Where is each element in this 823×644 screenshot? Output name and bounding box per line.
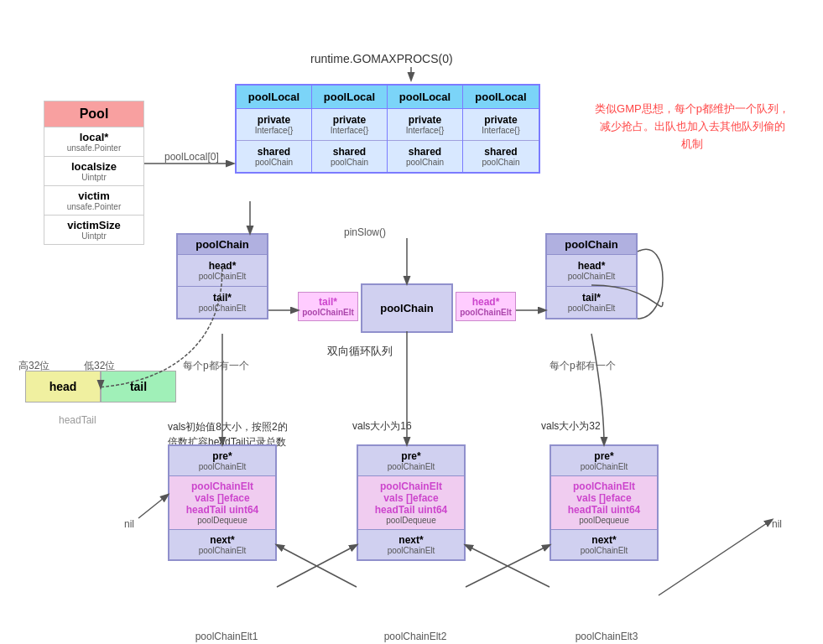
head-star-label: head* poolChainElt: [456, 292, 516, 321]
head-star-main: head*: [456, 296, 515, 308]
poollocal-shared-2: shared poolChain: [312, 141, 387, 172]
pc-right-head-sub: poolChainElt: [550, 272, 633, 281]
elt-box-1: pre* poolChainElt poolChainElt vals []ef…: [168, 444, 277, 561]
pl-shared-sub-1: poolChain: [240, 158, 308, 167]
poollocal-private-3: private Interface{}: [388, 109, 462, 141]
pool-victimsize-main: victimSize: [49, 219, 138, 231]
poollocal-shared-3: shared poolChain: [388, 141, 462, 172]
annotation-content: 类似GMP思想，每个p都维护一个队列， 减少抢占。出队也加入去其他队列偷的 机制: [595, 102, 789, 150]
poollocal-col-3: poolLocal private Interface{} shared poo…: [388, 86, 463, 172]
poollocal-header-3: poolLocal: [388, 86, 462, 109]
poollocal-index-label: poolLocal[0]: [164, 151, 219, 163]
elt3-pink: poolChainElt vals []eface headTail uint6…: [551, 476, 657, 530]
poollocal-header-1: poolLocal: [237, 86, 311, 109]
poollocal-col-2: poolLocal private Interface{} shared poo…: [312, 86, 388, 172]
poolchain-right-head: head* poolChainElt: [547, 255, 636, 287]
elt2-next: next* poolChainElt: [358, 530, 464, 559]
pc-left-head-sub: poolChainElt: [181, 272, 263, 281]
vals-label-2: vals大小为16: [352, 419, 412, 434]
headtail-label: headTail: [59, 414, 96, 426]
poollocal-private-4: private Interface{}: [463, 109, 539, 141]
pool-victim-main: victim: [49, 190, 138, 202]
pc-left-tail-main: tail*: [181, 292, 263, 304]
pl-private-main-1: private: [240, 114, 308, 126]
pool-box: Pool local* unsafe.Pointer localsize Uin…: [44, 101, 144, 245]
tail-star-sub: poolChainElt: [299, 308, 357, 317]
pool-row-localsize: localsize Uintptr: [44, 157, 143, 186]
eachp-right-label: 每个p都有一个: [550, 359, 616, 373]
pool-local-sub: unsafe.Pointer: [49, 143, 138, 153]
pc-right-head-main: head*: [550, 260, 633, 272]
tail-star-main: tail*: [299, 296, 357, 308]
elt2-pink: poolChainElt vals []eface headTail uint6…: [358, 476, 464, 530]
poollocal-shared-1: shared poolChain: [237, 141, 311, 172]
pc-left-head-main: head*: [181, 260, 263, 272]
elt3-pre: pre* poolChainElt: [551, 446, 657, 476]
elt-label-3: poolChainElt3: [552, 631, 661, 642]
vals-label-3: vals大小为32: [541, 419, 601, 434]
pinslow-label: pinSlow(): [344, 226, 386, 238]
poollocal-private-1: private Interface{}: [237, 109, 311, 141]
diagram: runtime.GOMAXPROCS(0) 类似GMP思想，每个p都维护一个队列…: [0, 0, 823, 644]
poolchain-left-tail: tail* poolChainElt: [178, 287, 267, 318]
poollocal-col-1: poolLocal private Interface{} shared poo…: [237, 86, 312, 172]
bidir-label: 双向循环队列: [327, 344, 393, 359]
poollocal-header-2: poolLocal: [312, 86, 387, 109]
annotation-text: 类似GMP思想，每个p都维护一个队列， 减少抢占。出队也加入去其他队列偷的 机制: [587, 101, 797, 153]
elt3-next: next* poolChainElt: [551, 530, 657, 559]
head-star-sub: poolChainElt: [456, 308, 515, 317]
poolchain-right-title: poolChain: [547, 235, 636, 255]
elt-box-3: pre* poolChainElt poolChainElt vals []ef…: [550, 444, 659, 561]
pool-victimsize-sub: Uintptr: [49, 231, 138, 241]
poolchain-right: poolChain head* poolChainElt tail* poolC…: [545, 233, 638, 319]
pool-row-local: local* unsafe.Pointer: [44, 127, 143, 157]
pl-shared-main-1: shared: [240, 146, 308, 158]
elt2-pre: pre* poolChainElt: [358, 446, 464, 476]
eachp-left-label: 每个p都有一个: [183, 359, 249, 373]
pool-row-victimsize: victimSize Uintptr: [44, 216, 143, 244]
poollocal-shared-4: shared poolChain: [463, 141, 539, 172]
elt-label-1: poolChainElt1: [172, 631, 281, 642]
elt-box-2: pre* poolChainElt poolChainElt vals []ef…: [357, 444, 466, 561]
headtail-container: head tail: [25, 371, 176, 402]
poolchain-right-tail: tail* poolChainElt: [547, 287, 636, 318]
pc-left-tail-sub: poolChainElt: [181, 304, 263, 313]
tail-star-label: tail* poolChainElt: [298, 292, 358, 321]
elt1-next: next* poolChainElt: [169, 530, 275, 559]
pool-title: Pool: [44, 101, 143, 127]
head-box: head: [25, 371, 101, 402]
tail-box: tail: [101, 371, 176, 402]
pool-localsize-sub: Uintptr: [49, 173, 138, 182]
pool-row-victim: victim unsafe.Pointer: [44, 186, 143, 216]
pc-right-tail-sub: poolChainElt: [550, 304, 633, 313]
pool-local-main: local*: [49, 131, 138, 143]
elt1-pre: pre* poolChainElt: [169, 446, 275, 476]
pool-victim-sub: unsafe.Pointer: [49, 202, 138, 211]
elt-label-2: poolChainElt2: [361, 631, 470, 642]
poollocal-header-4: poolLocal: [463, 86, 539, 109]
poollocal-container: poolLocal private Interface{} shared poo…: [235, 84, 540, 174]
poolchain-left: poolChain head* poolChainElt tail* poolC…: [176, 233, 268, 319]
runtime-label: runtime.GOMAXPROCS(0): [310, 52, 453, 65]
center-poolchain: poolChain: [361, 283, 453, 333]
nil-right-label: nil: [772, 518, 782, 530]
nil-left-label: nil: [124, 518, 134, 530]
pc-right-tail-main: tail*: [550, 292, 633, 304]
pl-private-sub-1: Interface{}: [240, 126, 308, 135]
poollocal-col-4: poolLocal private Interface{} shared poo…: [463, 86, 539, 172]
poollocal-private-2: private Interface{}: [312, 109, 387, 141]
elt1-pink: poolChainElt vals []eface headTail uint6…: [169, 476, 275, 530]
poolchain-left-head: head* poolChainElt: [178, 255, 267, 287]
poolchain-left-title: poolChain: [178, 235, 267, 255]
pool-localsize-main: localsize: [49, 160, 138, 173]
